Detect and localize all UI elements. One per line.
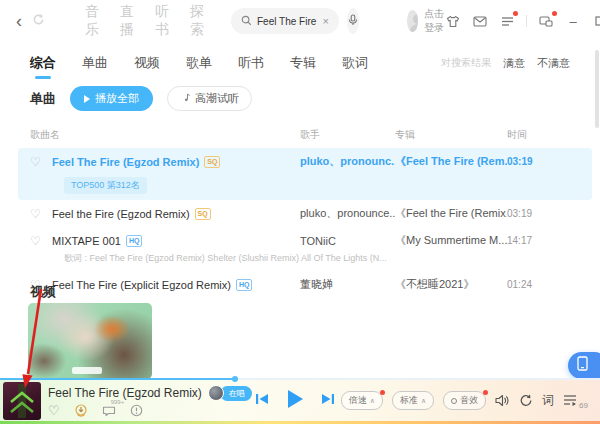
table-row[interactable]: ♡ Feel The Fire (Explicit Egzod Remix)HQ…: [18, 271, 592, 298]
loop-mode-icon[interactable]: [519, 394, 533, 407]
account-area[interactable]: 点击登录: [407, 7, 445, 35]
header-album: 专辑: [395, 128, 507, 142]
progress-fill: [0, 378, 235, 380]
song-duration: 03:19: [507, 208, 552, 219]
titlebar: ‹ 音乐 直播 听书 探索 Feel The Fire (I × 点击登录: [0, 0, 600, 42]
mini-mode-icon[interactable]: [538, 13, 554, 29]
song-album[interactable]: 《Feel the Fire (Remix...》: [395, 206, 507, 221]
minimize-button[interactable]: –: [565, 13, 581, 29]
tab-lyrics[interactable]: 歌词: [342, 54, 368, 72]
like-icon[interactable]: ♡: [48, 403, 60, 418]
top-nav: 音乐 直播 听书 探索: [85, 3, 205, 39]
comment-count: 999+: [111, 399, 125, 405]
window-controls: – ×: [445, 13, 600, 29]
play-icon: [84, 95, 90, 103]
live-singing-badge: 在唱: [220, 386, 252, 401]
rank-badge[interactable]: TOP500 第312名: [64, 177, 147, 194]
avatar[interactable]: [407, 10, 418, 32]
song-album[interactable]: 《Feel The Fire (Rem...》: [395, 154, 507, 169]
queue-count: 69: [579, 401, 588, 410]
quality-badge: SQ: [195, 208, 211, 220]
skin-theme-icon[interactable]: [445, 13, 461, 29]
song-duration: 14:17: [507, 235, 552, 246]
play-queue-button[interactable]: 69: [563, 392, 588, 410]
titlebar-divider: [526, 15, 527, 27]
song-title[interactable]: MIXTAPE 001: [52, 235, 121, 247]
quality-badge: HQ: [236, 279, 253, 291]
lyrics-toggle[interactable]: 词: [542, 392, 554, 409]
play-button[interactable]: [286, 389, 304, 413]
now-playing-cover[interactable]: [3, 382, 41, 420]
table-header: 歌曲名 歌手 专辑 时间: [0, 124, 600, 148]
tab-album[interactable]: 专辑: [290, 54, 316, 72]
now-playing-title[interactable]: Feel The Fire (Egzod Remix): [48, 386, 202, 400]
song-artist[interactable]: 董晓婵: [300, 277, 395, 292]
search-clear-icon[interactable]: ×: [323, 15, 329, 27]
download-icon[interactable]: [74, 404, 88, 417]
sound-quality-button[interactable]: 标准∧: [392, 391, 434, 410]
mini-mode-dot: [552, 11, 557, 16]
singer-chip[interactable]: 在唱: [208, 385, 252, 401]
progress-handle[interactable]: [232, 376, 238, 382]
search-value: Feel The Fire (I: [257, 16, 318, 27]
song-title[interactable]: Feel The Fire (Explicit Egzod Remix): [52, 279, 231, 291]
nav-audiobook[interactable]: 听书: [155, 3, 170, 39]
scrollbar[interactable]: [595, 50, 599, 128]
nav-explore[interactable]: 探索: [190, 3, 205, 39]
favorite-icon[interactable]: ♡: [30, 207, 52, 221]
song-artist[interactable]: pluko、pronounce...: [300, 206, 395, 221]
mobile-app-button[interactable]: [568, 352, 600, 379]
mic-icon: [347, 12, 359, 30]
search-icon: [241, 12, 252, 30]
song-title[interactable]: Feel The Fire (Egzod Remix): [52, 156, 199, 168]
table-row[interactable]: ♡ Feel the Fire (Egzod Remix)SQ pluko、pr…: [18, 200, 592, 227]
single-section-header: 单曲 播放全部 高潮试听: [30, 86, 252, 111]
tab-single[interactable]: 单曲: [82, 54, 108, 72]
message-icon[interactable]: [472, 13, 488, 29]
search-input[interactable]: Feel The Fire (I ×: [231, 8, 339, 34]
song-duration: 03:19: [507, 156, 552, 167]
nav-live[interactable]: 直播: [120, 3, 135, 39]
phone-icon: [577, 356, 588, 375]
menu-icon[interactable]: [499, 13, 515, 29]
video-thumbnail[interactable]: [28, 303, 152, 379]
song-album[interactable]: 《不想睡2021》: [395, 277, 507, 292]
song-table: 歌曲名 歌手 专辑 时间 ♡ Feel The Fire (Egzod Remi…: [0, 124, 600, 298]
song-album[interactable]: 《My Summertime M...》: [395, 233, 507, 248]
volume-icon[interactable]: [495, 394, 510, 407]
nav-music[interactable]: 音乐: [85, 3, 100, 39]
search-feedback: 对搜索结果 满意 不满意: [441, 56, 570, 71]
playback-speed-button[interactable]: 倍速∧: [341, 391, 383, 410]
tab-overall[interactable]: 综合: [30, 54, 56, 72]
song-artist[interactable]: TONiiC: [300, 235, 395, 247]
app-window: ‹ 音乐 直播 听书 探索 Feel The Fire (I × 点击登录: [0, 0, 600, 424]
player-bar: Feel The Fire (Egzod Remix) 在唱 ♡ 999+: [0, 380, 600, 424]
table-row[interactable]: ♡ Feel The Fire (Egzod Remix)SQ pluko、pr…: [18, 148, 592, 200]
tab-audiobook[interactable]: 听书: [238, 54, 264, 72]
more-info-icon[interactable]: [130, 404, 143, 417]
song-duration: 01:24: [507, 279, 552, 290]
song-title[interactable]: Feel the Fire (Egzod Remix): [52, 208, 190, 220]
singer-avatar: [208, 385, 224, 401]
feedback-unsatisfied[interactable]: 不满意: [537, 56, 570, 71]
next-track-button[interactable]: [320, 392, 335, 410]
back-icon[interactable]: ‹: [16, 12, 22, 30]
refresh-icon[interactable]: [32, 12, 45, 30]
favorite-icon[interactable]: ♡: [30, 155, 52, 169]
sound-effect-button[interactable]: 音效: [443, 391, 486, 410]
login-link[interactable]: 点击登录: [424, 7, 445, 35]
play-all-button[interactable]: 播放全部: [70, 86, 153, 111]
tab-video[interactable]: 视频: [134, 54, 160, 72]
identify-song-button[interactable]: [347, 8, 359, 34]
tab-playlist[interactable]: 歌单: [186, 54, 212, 72]
table-row[interactable]: ♡ MIXTAPE 001HQ TONiiC 《My Summertime M.…: [18, 227, 592, 271]
favorite-icon[interactable]: ♡: [30, 234, 52, 248]
song-artist[interactable]: pluko、pronounc...: [300, 154, 395, 169]
hook-preview-button[interactable]: 高潮试听: [167, 86, 252, 111]
previous-track-button[interactable]: [255, 392, 270, 410]
effect-icon: [451, 398, 457, 404]
feedback-satisfied[interactable]: 满意: [503, 56, 525, 71]
comment-icon[interactable]: 999+: [102, 405, 116, 417]
maximize-button[interactable]: [592, 13, 600, 29]
playlist-icon: [563, 392, 577, 410]
